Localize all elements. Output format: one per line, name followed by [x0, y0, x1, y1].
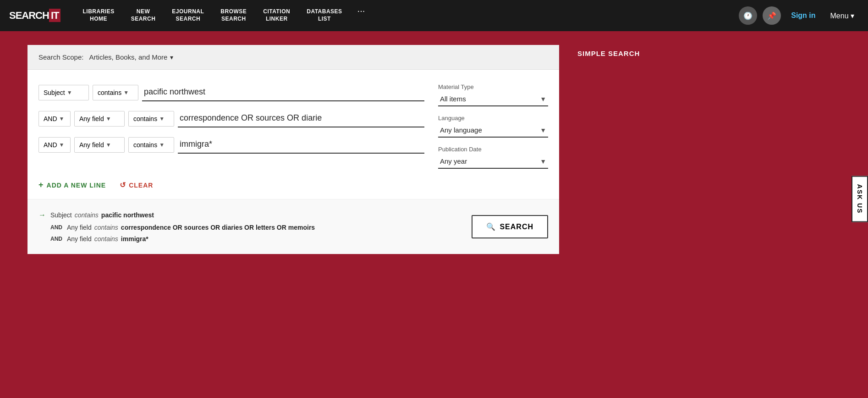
operator-select-2-label: contains [133, 115, 157, 122]
clear-label: CLEAR [129, 182, 153, 189]
field-select-2[interactable]: Any field ▼ [74, 111, 125, 127]
scope-label: Search Scope: [38, 53, 83, 61]
bool-select-2-arrow-icon: ▼ [59, 116, 65, 122]
search-panel: Search Scope: Articles, Books, and More … [27, 45, 559, 254]
query-op-2: contains [94, 222, 118, 233]
query-field-3: Any field [67, 233, 92, 245]
search-rows: Subject ▼ contains ▼ AND ▼ [38, 83, 548, 190]
bool-select-3[interactable]: AND ▼ [38, 137, 71, 153]
add-new-line-label: ADD A NEW LINE [47, 182, 106, 189]
language-value: Any language [440, 126, 537, 134]
search-right-filters: Material Type All items ▼ Language Any l… [438, 83, 548, 190]
menu-button[interactable]: Menu ▾ [826, 11, 859, 20]
field-select-1-label: Subject [44, 89, 65, 96]
operator-select-2-arrow-icon: ▼ [159, 116, 165, 122]
search-actions: + ADD A NEW LINE ↺ CLEAR [38, 173, 424, 190]
query-op-1: contains [75, 210, 99, 221]
field-select-1[interactable]: Subject ▼ [38, 85, 89, 100]
search-row-1: Subject ▼ contains ▼ [38, 83, 424, 101]
field-select-2-arrow-icon: ▼ [106, 116, 111, 122]
logo-it-text: IT [49, 9, 61, 22]
simple-search-sidebar: SIMPLE SEARCH [577, 45, 640, 254]
scope-dropdown-arrow-icon: ▾ [170, 54, 173, 61]
clear-button[interactable]: ↺ CLEAR [120, 181, 153, 189]
nav-databases-list[interactable]: DATABASES LIST [298, 4, 350, 27]
field-select-3[interactable]: Any field ▼ [74, 137, 125, 153]
history-button[interactable]: 🕐 [739, 6, 757, 25]
language-label: Language [438, 115, 548, 122]
query-op-3: contains [94, 233, 118, 245]
language-select[interactable]: Any language ▼ [438, 123, 548, 138]
main-nav: SEARCHIT LIBRARIES HOME NEW SEARCH EJOUR… [0, 0, 868, 31]
query-field-1: Subject [50, 210, 72, 221]
nav-more-button[interactable]: ... [351, 4, 372, 27]
pub-date-label: Publication Date [438, 146, 548, 153]
operator-select-1-label: contains [98, 89, 121, 96]
bool-select-3-arrow-icon: ▼ [59, 142, 65, 148]
query-lines: → Subject contains pacific northwest AND… [38, 209, 462, 245]
material-type-arrow-icon: ▼ [540, 95, 546, 103]
pin-button[interactable]: 📌 [763, 6, 781, 25]
nav-new-search[interactable]: NEW SEARCH [123, 4, 164, 27]
nav-libraries-home[interactable]: LIBRARIES HOME [74, 4, 122, 27]
query-value-3: immigra* [121, 233, 148, 245]
query-value-2: correspondence OR sources OR diaries OR … [121, 222, 315, 233]
material-type-select[interactable]: All items ▼ [438, 92, 548, 106]
operator-select-3-arrow-icon: ▼ [159, 142, 165, 148]
query-value-1: pacific northwest [101, 210, 154, 221]
clear-icon: ↺ [120, 181, 126, 189]
main-content: Search Scope: Articles, Books, and More … [0, 31, 868, 268]
operator-select-3-label: contains [133, 141, 157, 149]
logo[interactable]: SEARCHIT [9, 10, 60, 22]
query-arrow-icon: → [38, 209, 46, 222]
search-button-label: SEARCH [500, 223, 533, 231]
pub-date-select[interactable]: Any year ▼ [438, 155, 548, 169]
nav-right-actions: 🕐 📌 Sign in Menu ▾ [739, 6, 859, 25]
nav-citation-linker[interactable]: CITATION LINKER [255, 4, 298, 27]
simple-search-label: SIMPLE SEARCH [577, 50, 640, 57]
operator-select-1[interactable]: contains ▼ [93, 85, 138, 100]
query-field-2: Any field [67, 222, 92, 233]
query-line-2: AND Any field contains correspondence OR… [38, 222, 462, 233]
field-select-2-label: Any field [79, 115, 104, 122]
search-button[interactable]: 🔍 SEARCH [472, 215, 548, 238]
operator-select-1-arrow-icon: ▼ [123, 89, 129, 96]
material-type-filter: Material Type All items ▼ [438, 83, 548, 106]
search-input-1[interactable] [142, 83, 424, 101]
search-input-2[interactable] [178, 110, 424, 127]
ask-us-tab[interactable]: ASK US [852, 176, 868, 222]
nav-browse-search[interactable]: BROWSE SEARCH [212, 4, 255, 27]
field-select-3-label: Any field [79, 141, 104, 149]
material-type-label: Material Type [438, 83, 548, 90]
search-input-3[interactable] [178, 136, 424, 154]
nav-ejournal-search[interactable]: EJOURNAL SEARCH [164, 4, 212, 27]
pub-date-value: Any year [440, 157, 537, 165]
query-preview: → Subject contains pacific northwest AND… [27, 199, 559, 254]
field-select-3-arrow-icon: ▼ [106, 142, 111, 148]
pub-date-arrow-icon: ▼ [540, 158, 546, 165]
search-row-2: AND ▼ Any field ▼ contains ▼ [38, 110, 424, 127]
material-type-value: All items [440, 95, 537, 103]
bool-select-3-label: AND [44, 141, 57, 149]
search-row-3: AND ▼ Any field ▼ contains ▼ [38, 136, 424, 154]
add-new-line-button[interactable]: + ADD A NEW LINE [38, 180, 106, 190]
language-arrow-icon: ▼ [540, 127, 546, 134]
search-left: Subject ▼ contains ▼ AND ▼ [38, 83, 424, 190]
pin-icon: 📌 [767, 11, 776, 20]
search-scope-bar: Search Scope: Articles, Books, and More … [27, 45, 559, 70]
search-button-icon: 🔍 [486, 222, 496, 231]
query-line-1: → Subject contains pacific northwest [38, 209, 462, 222]
scope-select[interactable]: Articles, Books, and More ▾ [89, 53, 173, 61]
pub-date-filter: Publication Date Any year ▼ [438, 146, 548, 169]
query-line-3: AND Any field contains immigra* [38, 233, 462, 245]
operator-select-2[interactable]: contains ▼ [128, 111, 174, 127]
operator-select-3[interactable]: contains ▼ [128, 137, 174, 153]
query-bool-3: AND [50, 234, 62, 244]
search-body: Subject ▼ contains ▼ AND ▼ [27, 70, 559, 199]
query-bool-2: AND [50, 223, 62, 233]
logo-search-text: SEARCH [9, 10, 49, 21]
bool-select-2[interactable]: AND ▼ [38, 111, 71, 127]
field-select-1-arrow-icon: ▼ [67, 89, 72, 96]
sign-in-button[interactable]: Sign in [786, 11, 820, 20]
bool-select-2-label: AND [44, 115, 57, 122]
